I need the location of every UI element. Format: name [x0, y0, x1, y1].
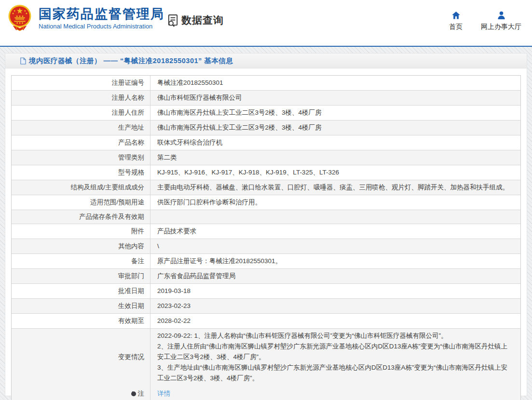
row-value: 原产品注册证号：粤械注准20182550301。 [150, 254, 520, 268]
row-label: 适用范围/预期用途 [12, 195, 150, 210]
note-label-cell: 注 [12, 386, 150, 400]
row-value: 第二类 [150, 150, 520, 165]
row-label: 审批部门 [12, 269, 150, 283]
data-query-section: 数据查询 [166, 13, 224, 27]
row-label: 生产地址 [12, 120, 150, 135]
row-value: 广东省食品药品监督管理局 [150, 269, 520, 283]
row-value: KJ-915、KJ-916、KJ-917、KJ-918、KJ-919、LT-32… [150, 165, 520, 180]
row-label: 生效日期 [12, 299, 150, 313]
brand-text: 国家药品监督管理局 National Medical Products Admi… [39, 6, 164, 30]
nav-home[interactable]: 首页 [449, 11, 463, 31]
home-icon [451, 11, 461, 20]
row-label: 备注 [12, 254, 150, 268]
row-label: 型号规格 [12, 165, 150, 180]
table-row: 注册人名称 佛山市科钜医疗器械有限公司 [12, 90, 520, 105]
row-value: 佛山市南海区丹灶镇上安工业二区3号2楼、3楼、4楼厂房 [150, 106, 520, 120]
content-background: 境内医疗器械（注册） —— “粤械注准20182550301” 基本信息 注册证… [0, 47, 532, 400]
person-icon [496, 11, 506, 20]
table-row: 审批部门 广东省食品药品监督管理局 [12, 268, 520, 283]
page: 国家药品监督管理局 National Medical Products Admi… [0, 0, 532, 400]
table-row: 批准日期 2019-03-18 [12, 283, 520, 298]
table-row: 附件 产品技术要求 [12, 224, 520, 239]
row-label: 有效期至 [12, 314, 150, 328]
table-row: 注册证编号 粤械注准20182550301 [12, 76, 520, 90]
page-title: 境内医疗器械（注册） —— “粤械注准20182550301” 基本信息 [29, 56, 233, 66]
row-label: 结构及组成/主要组成成分 [12, 180, 150, 195]
row-value: 佛山市科钜医疗器械有限公司 [150, 91, 520, 105]
row-label: 变更情况 [12, 329, 150, 386]
brand: 国家药品监督管理局 National Medical Products Admi… [7, 4, 164, 31]
table-row: 结构及组成/主要组成成分 主要由电动牙科椅、器械盘、漱口给水装置、口腔灯、吸唾器… [12, 180, 520, 195]
brand-title: 国家药品监督管理局 [39, 6, 164, 22]
row-value: 粤械注准20182550301 [150, 76, 520, 90]
row-label: 其他内容 [12, 239, 150, 253]
row-label: 管理类别 [12, 150, 150, 165]
row-value [150, 210, 520, 224]
table-row: 管理类别 第二类 [12, 150, 520, 165]
row-value: 2028-02-22 [150, 314, 520, 328]
header-nav: 首页 网上办事大厅 [449, 11, 521, 31]
row-value: 联体式牙科综合治疗机 [150, 135, 520, 150]
row-value: 2022-09-22: 1、注册人名称由“佛山市科钜医疗器械有限公司”变更为“佛… [150, 329, 520, 386]
table-row: 适用范围/预期用途 供医疗部门口腔科作诊断和治疗用。 [12, 195, 520, 210]
row-value: 产品技术要求 [150, 224, 520, 239]
table-row: 产品储存条件及有效期 [12, 210, 520, 224]
panel-title-bar: 境内医疗器械（注册） —— “粤械注准20182550301” 基本信息 [5, 53, 527, 68]
detail-panel: 境内医疗器械（注册） —— “粤械注准20182550301” 基本信息 注册证… [5, 53, 527, 396]
table-row: 产品名称 联体式牙科综合治疗机 [12, 135, 520, 150]
document-search-icon [166, 14, 179, 27]
row-value: 2023-02-23 [150, 299, 520, 313]
nav-home-label: 首页 [449, 23, 463, 31]
nav-service-hall-label: 网上办事大厅 [481, 23, 521, 31]
table-row: 注册人住所 佛山市南海区丹灶镇上安工业二区3号2楼、3楼、4楼厂房 [12, 105, 520, 120]
document-icon [20, 57, 26, 65]
row-label: 附件 [12, 224, 150, 239]
row-label: 注册证编号 [12, 76, 150, 90]
national-emblem-logo [7, 4, 33, 31]
note-bulb-icon [130, 390, 136, 397]
table-row-note: 注 详情 [12, 386, 520, 400]
row-label: 注册人住所 [12, 106, 150, 120]
row-label: 注册人名称 [12, 91, 150, 105]
row-label: 产品名称 [12, 135, 150, 150]
table-row: 生效日期 2023-02-23 [12, 298, 520, 313]
nav-service-hall[interactable]: 网上办事大厅 [481, 11, 521, 31]
row-value: 供医疗部门口腔科作诊断和治疗用。 [150, 195, 520, 210]
registration-info-table: 注册证编号 粤械注准20182550301 注册人名称 佛山市科钜医疗器械有限公… [11, 75, 521, 400]
row-value: 佛山市南海区丹灶镇上安工业二区3号2楼、3楼、4楼厂房 [150, 120, 520, 135]
row-label: 产品储存条件及有效期 [12, 210, 150, 224]
table-row: 型号规格 KJ-915、KJ-916、KJ-917、KJ-918、KJ-919、… [12, 165, 520, 180]
table-row: 其他内容 \ [12, 239, 520, 253]
table-row: 备注 原产品注册证号：粤械注准20182550301。 [12, 253, 520, 268]
note-value-cell: 详情 [150, 386, 520, 400]
table-row: 变更情况 2022-09-22: 1、注册人名称由“佛山市科钜医疗器械有限公司”… [12, 328, 520, 386]
data-query-label: 数据查询 [181, 13, 224, 27]
brand-subtitle: National Medical Products Administration [39, 23, 164, 30]
note-label-text: 注 [138, 389, 145, 398]
table-row: 生产地址 佛山市南海区丹灶镇上安工业二区3号2楼、3楼、4楼厂房 [12, 120, 520, 135]
site-header: 国家药品监督管理局 National Medical Products Admi… [0, 0, 532, 46]
detail-link[interactable]: 详情 [157, 388, 170, 399]
row-value: 2019-03-18 [150, 284, 520, 298]
row-value: \ [150, 239, 520, 253]
table-row: 有效期至 2028-02-22 [12, 313, 520, 328]
row-label: 批准日期 [12, 284, 150, 298]
row-value: 主要由电动牙科椅、器械盘、漱口给水装置、口腔灯、吸唾器、痰盂、三用喷枪、观片灯、… [150, 180, 520, 195]
